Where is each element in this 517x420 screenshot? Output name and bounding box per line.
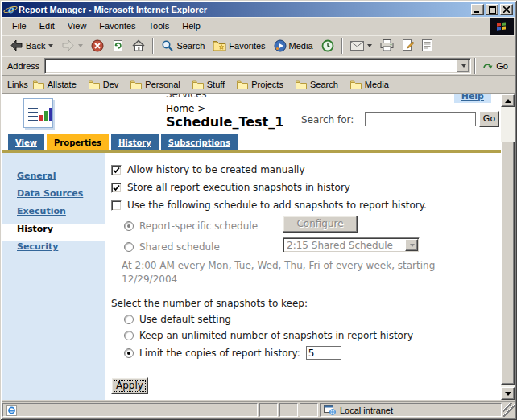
address-input[interactable] xyxy=(48,60,456,72)
refresh-icon xyxy=(112,39,124,52)
check-icon xyxy=(113,167,120,174)
edit-button[interactable] xyxy=(398,36,418,56)
allow-manual-history-checkbox[interactable] xyxy=(111,165,122,175)
sidebar-item-security[interactable]: Security xyxy=(2,241,105,259)
resize-grip[interactable] xyxy=(503,403,515,417)
radio-label: Keep an unlimited number of snapshots in… xyxy=(139,330,413,341)
folder-icon xyxy=(33,80,44,89)
discuss-button[interactable] xyxy=(418,36,436,56)
stop-icon xyxy=(91,39,104,52)
page-title: Schedule_Test_1 xyxy=(166,114,283,130)
close-button[interactable] xyxy=(500,4,513,15)
scroll-up-button[interactable] xyxy=(501,94,515,107)
tab-history[interactable]: History xyxy=(111,134,159,150)
history-settings-form: Allow history to be created manually Sto… xyxy=(105,153,501,400)
allow-manual-history-row: Allow history to be created manually xyxy=(111,164,305,175)
select-dropdown-button xyxy=(405,239,418,251)
menu-tools[interactable]: Tools xyxy=(143,19,176,33)
shared-schedule-select: 2:15 Shared Schedule xyxy=(283,237,420,253)
use-schedule-checkbox[interactable] xyxy=(111,200,122,211)
menu-favorites[interactable]: Favorites xyxy=(93,19,142,33)
limit-copies-input[interactable] xyxy=(306,346,341,360)
scroll-down-button[interactable] xyxy=(501,387,515,400)
search-label: Search xyxy=(176,41,205,51)
vertical-scrollbar[interactable] xyxy=(501,94,515,400)
history-button[interactable] xyxy=(317,36,338,56)
radio-label: Use default setting xyxy=(139,314,231,325)
shared-schedule-radio xyxy=(124,242,134,252)
help-link[interactable]: Help xyxy=(454,94,491,103)
favorites-button[interactable]: Favorites xyxy=(209,36,269,56)
forward-arrow-icon xyxy=(61,39,75,51)
chevron-down-icon xyxy=(410,244,415,247)
toolbar-separator xyxy=(474,58,476,74)
minimize-button[interactable] xyxy=(471,4,484,15)
search-go-button[interactable]: Go xyxy=(479,111,499,127)
links-label: Links xyxy=(7,80,28,89)
address-go-button[interactable]: Go xyxy=(479,60,511,71)
print-button[interactable] xyxy=(376,36,398,56)
refresh-button[interactable] xyxy=(108,36,128,56)
sidebar-item-general[interactable]: General xyxy=(2,171,105,188)
status-bar: Local intranet xyxy=(2,401,515,418)
shared-schedule-row: Shared schedule xyxy=(124,241,220,253)
tab-view[interactable]: View xyxy=(8,134,44,150)
menu-file[interactable]: File xyxy=(6,19,33,33)
back-label: Back xyxy=(26,41,45,51)
toolbar-separator xyxy=(152,38,154,54)
page-content: Services Home > Schedule_Test_1 Help Sea… xyxy=(2,94,501,400)
search-for-label: Search for: xyxy=(301,114,354,126)
back-arrow-icon xyxy=(10,39,23,51)
menu-bar: File Edit View Favorites Tools Help xyxy=(2,17,515,35)
link-dev[interactable]: Dev xyxy=(89,80,119,89)
back-dropdown-icon[interactable] xyxy=(48,44,53,47)
address-bar: Address Go xyxy=(2,56,515,76)
apply-button[interactable]: Apply xyxy=(111,377,148,394)
link-stuff[interactable]: Stuff xyxy=(192,80,225,89)
favorites-icon xyxy=(213,40,226,51)
mail-dropdown-icon[interactable] xyxy=(367,44,372,47)
back-button[interactable]: Back xyxy=(6,36,57,56)
address-dropdown-button[interactable] xyxy=(457,60,469,72)
edit-icon xyxy=(402,39,414,51)
search-button[interactable]: Search xyxy=(157,36,209,56)
report-specific-schedule-row: Report-specific schedule xyxy=(124,220,258,232)
page-header: Services Home > Schedule_Test_1 Help Sea… xyxy=(2,94,501,131)
link-media[interactable]: Media xyxy=(350,80,389,89)
maximize-button[interactable] xyxy=(486,4,498,15)
mail-button[interactable] xyxy=(346,36,376,56)
use-schedule-row: Use the following schedule to add snapsh… xyxy=(111,200,427,211)
stop-button[interactable] xyxy=(87,36,108,56)
tab-properties[interactable]: Properties xyxy=(47,134,109,150)
unlimited-snapshots-radio[interactable] xyxy=(124,331,134,340)
default-setting-radio[interactable] xyxy=(124,315,134,324)
selected-schedule-value: 2:15 Shared Schedule xyxy=(283,240,405,251)
link-search[interactable]: Search xyxy=(296,80,338,89)
status-pane xyxy=(259,403,278,417)
limit-copies-radio[interactable] xyxy=(124,348,134,358)
breadcrumb-home-link[interactable]: Home xyxy=(166,103,194,114)
menu-view[interactable]: View xyxy=(61,19,93,33)
search-input[interactable] xyxy=(365,112,476,126)
menu-help[interactable]: Help xyxy=(176,19,207,33)
media-button[interactable]: Media xyxy=(270,36,317,56)
link-allstate[interactable]: Allstate xyxy=(33,80,77,89)
link-projects[interactable]: Projects xyxy=(237,80,283,89)
sidebar-item-data-sources[interactable]: Data Sources xyxy=(2,188,105,206)
menu-edit[interactable]: Edit xyxy=(33,19,61,33)
logo-bar-chart xyxy=(39,108,52,121)
store-snapshots-checkbox[interactable] xyxy=(111,183,122,193)
sidebar-item-execution[interactable]: Execution xyxy=(2,206,105,224)
tab-subscriptions[interactable]: Subscriptions xyxy=(161,134,238,150)
home-button[interactable] xyxy=(128,36,149,56)
forward-dropdown-icon[interactable] xyxy=(78,44,83,47)
scrollbar-thumb[interactable] xyxy=(501,142,515,385)
schedule-description: At 2:00 AM every Mon, Tue, Wed, Thu, Fri… xyxy=(122,259,469,286)
checkbox-label: Use the following schedule to add snapsh… xyxy=(127,200,427,211)
forward-button[interactable] xyxy=(57,36,87,56)
link-personal[interactable]: Personal xyxy=(130,80,180,89)
sidebar-item-history[interactable]: History xyxy=(2,224,105,241)
standard-toolbar: Back Search Favorites Media xyxy=(2,35,515,56)
folder-icon xyxy=(130,80,142,89)
link-label: Search xyxy=(310,80,338,89)
